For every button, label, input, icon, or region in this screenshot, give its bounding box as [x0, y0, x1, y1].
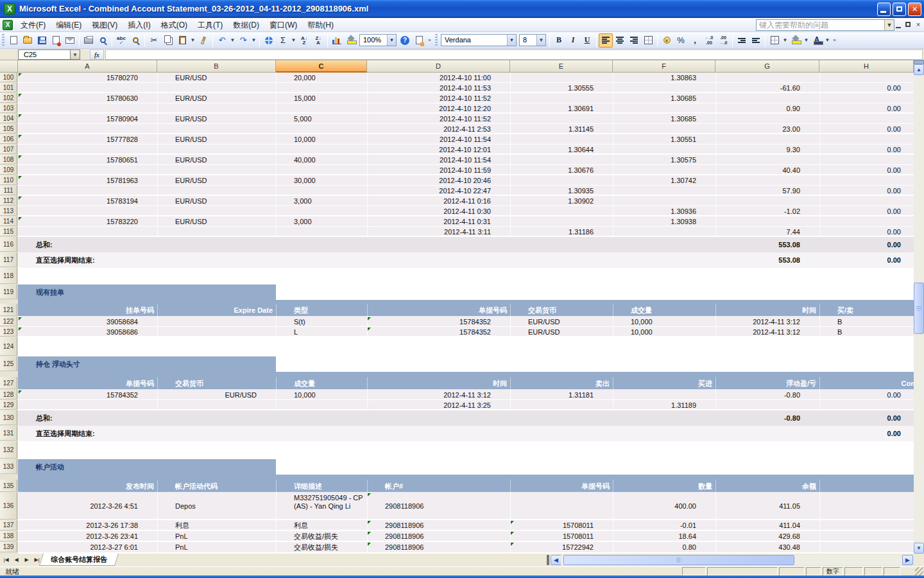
cell-B137[interactable]: 利息	[157, 520, 276, 531]
section-title-cell-A133[interactable]: 帐户活动	[18, 459, 276, 475]
cell-E111[interactable]: 1.30935	[510, 186, 613, 196]
open-button[interactable]	[21, 33, 35, 48]
cell-B128[interactable]: EUR/USD	[157, 390, 276, 400]
cell-H101[interactable]: 0.00	[819, 83, 914, 93]
help-dropdown-icon[interactable]: ▼	[884, 20, 894, 30]
cell-B110[interactable]: EUR/USD	[157, 175, 276, 186]
cell-D129[interactable]: 2012-4-11 3:25	[367, 400, 510, 410]
cell-A108[interactable]: 15780651	[18, 155, 157, 165]
workbook-restore-button[interactable]	[904, 21, 913, 30]
row-header-129[interactable]: 129	[0, 400, 17, 410]
row-header-113[interactable]: 113	[0, 206, 17, 216]
cell-F139[interactable]: 0.80	[613, 542, 715, 553]
cell-F123[interactable]: 10,000	[613, 327, 715, 337]
cell-E101[interactable]: 1.30555	[510, 83, 613, 93]
cell-A131[interactable]: 直至选择周期结束:	[18, 426, 157, 441]
cell-B138[interactable]: PnL	[157, 531, 276, 542]
cell-C136[interactable]: M332751905049 - CP (AS) - Yan Qing Li	[276, 493, 367, 520]
bold-button[interactable]: B	[552, 33, 566, 48]
cell-A106[interactable]: 15777828	[18, 134, 157, 144]
column-header-B[interactable]: B	[157, 60, 276, 73]
scroll-down-icon[interactable]: ▼	[914, 543, 924, 554]
cell-D136[interactable]: 2908118906	[367, 493, 510, 520]
resize-grip[interactable]	[915, 567, 923, 575]
cell-F106[interactable]: 1.30551	[613, 134, 715, 144]
borders-button[interactable]	[767, 33, 782, 48]
cell-D123[interactable]: 15784352	[367, 327, 510, 337]
previous-sheet-icon[interactable]: ◀	[12, 555, 21, 565]
cell-A114[interactable]: 15783220	[18, 216, 157, 227]
cell-D128[interactable]: 2012-4-11 3:12	[367, 390, 510, 400]
cell-G109[interactable]: 40.40	[715, 165, 819, 175]
column-header-H[interactable]: H	[819, 60, 914, 73]
increase-decimal-button[interactable]: ←.0.00	[702, 33, 716, 48]
cell-C112[interactable]: 3,000	[276, 196, 367, 206]
cell-F114[interactable]: 1.30938	[613, 216, 715, 227]
cell-G122[interactable]: 2012-4-11 3:12	[715, 317, 819, 327]
cell-B100[interactable]: EUR/USD	[157, 73, 276, 83]
cell-G137[interactable]: 411.04	[715, 520, 819, 531]
cell-A102[interactable]: 15780630	[18, 93, 157, 103]
cell-H122[interactable]: B	[819, 317, 914, 327]
cell-C128[interactable]: 10,000	[276, 390, 367, 400]
cell-C139[interactable]: 交易收益/损失	[276, 542, 367, 553]
cell-A127[interactable]: 单据号码	[18, 377, 157, 390]
merge-center-button[interactable]	[641, 33, 655, 48]
row-header-133[interactable]: 133	[0, 459, 17, 474]
row-header-137[interactable]: 137	[0, 520, 17, 530]
menu-file[interactable]: 文件(F)	[15, 18, 51, 32]
row-header-131[interactable]: 131	[0, 426, 17, 441]
row-header-105[interactable]: 105	[0, 124, 17, 134]
cell-C114[interactable]: 3,000	[276, 216, 367, 227]
cell-G138[interactable]: 429.68	[715, 531, 819, 542]
font-color-dropdown[interactable]: ▼	[824, 33, 831, 48]
cell-E109[interactable]: 1.30676	[510, 165, 613, 175]
cell-B127[interactable]: 交易货币	[157, 377, 276, 390]
cell-H128[interactable]: 0.00	[819, 390, 914, 400]
cell-G136[interactable]: 411.05	[715, 493, 819, 520]
font-name-dropdown-icon[interactable]: ▼	[507, 35, 516, 46]
cell-F100[interactable]: 1.30863	[613, 73, 715, 83]
restore-button[interactable]	[893, 3, 906, 16]
cell-A116[interactable]: 总和:	[18, 237, 157, 252]
cell-D137[interactable]: 2908118906	[367, 520, 510, 531]
currency-style-button[interactable]: ¥	[660, 33, 674, 48]
cell-D122[interactable]: 15784352	[367, 317, 510, 327]
align-center-button[interactable]	[613, 33, 627, 48]
cell-H107[interactable]: 0.00	[819, 144, 914, 155]
font-color-button[interactable]: A	[810, 33, 824, 48]
decrease-indent-button[interactable]	[735, 33, 749, 48]
permission-button[interactable]	[49, 33, 63, 48]
cell-G105[interactable]: 23.00	[715, 124, 819, 134]
cell-D105[interactable]: 2012-4-11 2:53	[367, 124, 510, 134]
cell-E103[interactable]: 1.30691	[510, 103, 613, 114]
cell-F136[interactable]: 400.00	[613, 493, 715, 520]
menu-view[interactable]: 视图(V)	[87, 18, 123, 32]
cell-E115[interactable]: 1.31186	[510, 227, 613, 237]
row-header-124[interactable]: 124	[0, 337, 17, 356]
tab-split-handle[interactable]	[547, 555, 549, 565]
sort-ascending-button[interactable]: A↓Z	[297, 33, 311, 48]
cell-A130[interactable]: 总和:	[18, 410, 157, 426]
cell-B135[interactable]: 帐户活动代码	[157, 480, 276, 493]
row-header-109[interactable]: 109	[0, 165, 17, 175]
font-name-combobox[interactable]: Verdana ▼	[441, 34, 517, 46]
column-header-D[interactable]: D	[367, 60, 510, 73]
zoom-combobox[interactable]: 100% ▼	[359, 34, 397, 46]
decrease-decimal-button[interactable]: .00→.0	[716, 33, 730, 48]
cell-A128[interactable]: 15784352	[18, 390, 157, 400]
undo-dropdown[interactable]: ▼	[229, 33, 236, 48]
cell-A136[interactable]: 2012-3-26 4:51	[18, 493, 157, 520]
row-header-112[interactable]: 112	[0, 196, 17, 206]
cell-D111[interactable]: 2012-4-10 22:47	[367, 186, 510, 196]
copy-button[interactable]	[161, 33, 175, 48]
cell-D138[interactable]: 2908118906	[367, 531, 510, 542]
row-header-138[interactable]: 138	[0, 531, 17, 541]
cell-D102[interactable]: 2012-4-10 11:52	[367, 93, 510, 103]
cell-B104[interactable]: EUR/USD	[157, 114, 276, 124]
workbook-close-button[interactable]: ×	[914, 21, 923, 30]
workbook-minimize-button[interactable]	[894, 21, 903, 30]
cell-E139[interactable]: 15722942	[510, 542, 613, 553]
close-button[interactable]: ✕	[908, 3, 921, 16]
row-header-135[interactable]: 135	[0, 480, 17, 492]
